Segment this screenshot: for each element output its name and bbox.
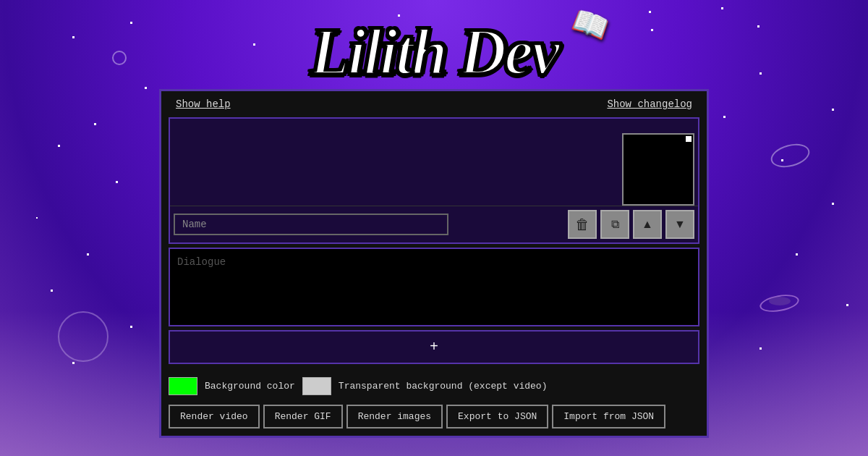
show-changelog-link[interactable]: Show changelog bbox=[607, 98, 692, 110]
transparent-bg-label: Transparent background (except video) bbox=[339, 381, 548, 392]
background-color-label: Background color bbox=[205, 381, 295, 392]
sprite-preview[interactable] bbox=[622, 133, 694, 206]
panel-top-bar: Show help Show changelog bbox=[161, 91, 707, 117]
move-up-icon: ▲ bbox=[642, 218, 653, 231]
export-json-button[interactable]: Export to JSON bbox=[446, 405, 548, 428]
delete-button[interactable]: 🗑 bbox=[568, 210, 597, 239]
render-video-button[interactable]: Render video bbox=[169, 405, 260, 428]
dialogue-input[interactable] bbox=[170, 249, 698, 321]
main-panel: Show help Show changelog bbox=[159, 89, 709, 438]
add-row: + bbox=[169, 330, 699, 364]
bottom-controls: Background color Transparent background … bbox=[161, 371, 707, 401]
import-json-button[interactable]: Import from JSON bbox=[552, 405, 665, 428]
main-content: Lilith Dev 📖 Show help Show changelog bbox=[0, 0, 868, 438]
move-up-button[interactable]: ▲ bbox=[633, 210, 662, 239]
character-area: 🗑 ⧉ ▲ ▼ bbox=[169, 117, 699, 244]
title-container: Lilith Dev 📖 bbox=[310, 14, 558, 89]
move-down-button[interactable]: ▼ bbox=[665, 210, 694, 239]
copy-icon: ⧉ bbox=[611, 218, 619, 231]
book-icon: 📖 bbox=[567, 2, 613, 48]
transparent-bg-swatch[interactable] bbox=[302, 377, 331, 395]
show-help-link[interactable]: Show help bbox=[176, 98, 231, 110]
delete-icon: 🗑 bbox=[575, 216, 590, 233]
add-button[interactable]: + bbox=[169, 330, 699, 364]
background-color-swatch[interactable] bbox=[169, 377, 197, 395]
app-title: Lilith Dev bbox=[310, 14, 558, 89]
name-input[interactable] bbox=[174, 214, 448, 235]
copy-button[interactable]: ⧉ bbox=[600, 210, 629, 239]
render-images-button[interactable]: Render images bbox=[346, 405, 443, 428]
render-gif-button[interactable]: Render GIF bbox=[263, 405, 343, 428]
dialogue-area bbox=[169, 248, 699, 326]
character-name-row: 🗑 ⧉ ▲ ▼ bbox=[170, 206, 698, 242]
character-top bbox=[170, 119, 698, 206]
move-down-icon: ▼ bbox=[674, 218, 686, 231]
bottom-buttons: Render video Render GIF Render images Ex… bbox=[161, 401, 707, 436]
